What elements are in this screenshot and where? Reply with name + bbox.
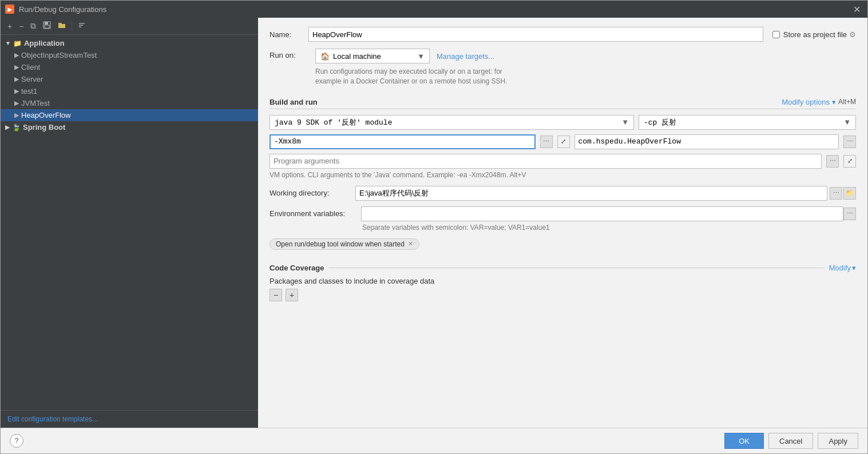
runon-label: Run on: [269, 49, 315, 59]
sdk-cp-row: java 9 SDK of '反射' module ▼ -cp 反射 ▼ [269, 115, 856, 130]
tag-label: Open run/debug tool window when started [276, 240, 405, 248]
apply-button[interactable]: Apply [818, 433, 858, 449]
svg-rect-1 [45, 22, 48, 25]
name-label: Name: [269, 30, 304, 39]
add-config-button[interactable]: + [5, 21, 14, 32]
tree-label-test1: test1 [21, 87, 37, 95]
dropdown-arrow: ▼ [417, 52, 425, 61]
tree-label-heapoverflow: HeapOverFlow [21, 111, 71, 120]
edit-config-templates-link[interactable]: Edit configuration templates... [1, 410, 258, 428]
build-run-title: Build and run [269, 98, 318, 106]
coverage-add-btn[interactable]: + [286, 289, 298, 301]
tree-area: ▼ 📁 Application ▶ ObjectInputStreamTest … [1, 35, 258, 410]
vm-args-input[interactable] [269, 134, 536, 149]
modify-chevron-icon: ▾ [832, 98, 836, 106]
prog-args-fullscreen-btn[interactable]: ⤢ [843, 155, 856, 168]
file-icon-3: ▶ [14, 75, 19, 83]
sdk-dropdown[interactable]: java 9 SDK of '反射' module ▼ [269, 115, 634, 130]
springboot-icon: 🍃 [12, 124, 21, 132]
open-tool-window-tag[interactable]: Open run/debug tool window when started … [269, 238, 419, 250]
vm-args-fullscreen-btn[interactable]: ⤢ [557, 136, 570, 148]
sort-config-button[interactable] [76, 20, 88, 32]
application-folder-icon: 📁 [13, 39, 22, 47]
vm-args-main-class-row: ⋯ ⤢ ⋯ [269, 134, 856, 149]
manage-targets-link[interactable]: Manage targets... [437, 52, 494, 61]
help-button[interactable]: ? [10, 434, 23, 448]
title-bar: ▶ Run/Debug Configurations ✕ [1, 1, 867, 18]
home-icon: 🏠 [320, 52, 330, 61]
working-dir-browse-btn[interactable]: 📁 [843, 187, 856, 200]
modify-options-label: Modify options [782, 98, 830, 106]
store-project-checkbox[interactable] [772, 31, 780, 38]
file-icon-5: ▶ [14, 99, 19, 107]
runon-hint: Run configurations may be executed local… [315, 67, 856, 86]
copy-config-button[interactable]: ⧉ [28, 20, 38, 32]
tree-label-client: Client [21, 63, 40, 71]
tree-item-jvmtest[interactable]: ▶ JVMTest [1, 97, 258, 109]
vm-hint: VM options. CLI arguments to the 'Java' … [269, 171, 856, 179]
prog-args-expand-btn[interactable]: ⋯ [826, 155, 839, 168]
app-icon: ▶ [5, 5, 14, 14]
tree-group-application[interactable]: ▼ 📁 Application [1, 37, 258, 49]
store-project-label: Store as project file [783, 30, 847, 39]
toolbar: + − ⧉ [1, 18, 258, 35]
coverage-divider [328, 268, 824, 268]
working-dir-row: Working directory: ⋯ 📁 [269, 186, 856, 201]
application-group-label: Application [24, 39, 65, 47]
cancel-button[interactable]: Cancel [768, 433, 813, 449]
store-gear-icon: ⚙ [849, 30, 856, 39]
main-class-input[interactable] [574, 134, 839, 149]
coverage-remove-btn[interactable]: − [269, 289, 282, 301]
coverage-header: Code Coverage Modify ▾ [269, 264, 856, 272]
prog-args-row: ⋯ ⤢ [269, 154, 856, 169]
modify-options-link[interactable]: Modify options ▾ Alt+M [782, 98, 856, 106]
left-panel: + − ⧉ ▼ 📁 Application [1, 18, 258, 428]
env-vars-input[interactable] [361, 206, 843, 221]
close-button[interactable]: ✕ [851, 4, 863, 15]
env-vars-label: Environment variables: [269, 209, 361, 218]
cp-arrow: ▼ [843, 118, 851, 126]
coverage-buttons: − + [269, 289, 856, 301]
svg-rect-2 [45, 25, 49, 28]
tree-item-objectinputstreamtest[interactable]: ▶ ObjectInputStreamTest [1, 49, 258, 61]
env-vars-expand-btn[interactable]: ⋯ [843, 208, 856, 220]
file-icon-4: ▶ [14, 87, 19, 95]
bottom-bar: ? OK Cancel Apply [1, 428, 867, 453]
right-panel: Name: Store as project file ⚙ Run on: 🏠 [258, 18, 867, 428]
sdk-value: java 9 SDK of '反射' module [275, 117, 392, 128]
prog-args-input[interactable] [269, 154, 822, 169]
save-config-button[interactable] [41, 20, 53, 32]
env-hint: Separate variables with semicolon: VAR=v… [362, 224, 856, 232]
build-run-header: Build and run Modify options ▾ Alt+M [269, 98, 856, 109]
runon-dropdown[interactable]: 🏠 Local machine ▼ [315, 49, 430, 63]
store-project-area: Store as project file ⚙ [772, 30, 856, 39]
tree-label-objectinputstreamtest: ObjectInputStreamTest [21, 51, 97, 59]
modify-shortcut: Alt+M [838, 98, 856, 106]
tree-item-client[interactable]: ▶ Client [1, 61, 258, 73]
remove-config-button[interactable]: − [17, 21, 26, 32]
ok-button[interactable]: OK [724, 433, 764, 449]
tree-label-jvmtest: JVMTest [21, 99, 50, 107]
coverage-modify-link[interactable]: Modify ▾ [829, 264, 856, 272]
tag-close-icon[interactable]: ✕ [408, 240, 413, 248]
coverage-modify-chevron: ▾ [852, 264, 856, 272]
tree-label-server: Server [21, 75, 43, 83]
tree-item-test1[interactable]: ▶ test1 [1, 85, 258, 97]
coverage-modify-label: Modify [829, 264, 851, 272]
tree-item-server[interactable]: ▶ Server [1, 73, 258, 85]
working-dir-label: Working directory: [269, 189, 355, 197]
local-machine-label: Local machine [333, 52, 381, 61]
working-dir-input[interactable] [355, 186, 827, 201]
file-icon-2: ▶ [14, 63, 19, 71]
dialog-title: Run/Debug Configurations [19, 5, 851, 14]
tree-group-springboot[interactable]: ▶ 🍃 Spring Boot [1, 121, 258, 133]
sdk-arrow: ▼ [621, 118, 629, 126]
coverage-subtitle: Packages and classes to include in cover… [269, 277, 856, 285]
tree-item-heapoverflow[interactable]: ▶ HeapOverFlow [1, 109, 258, 121]
folder-config-button[interactable] [56, 20, 68, 32]
working-dir-copy-btn[interactable]: ⋯ [830, 187, 842, 200]
main-class-expand-btn[interactable]: ⋯ [843, 136, 856, 148]
cp-dropdown[interactable]: -cp 反射 ▼ [639, 115, 856, 130]
name-input[interactable] [308, 27, 763, 42]
vm-args-expand-btn[interactable]: ⋯ [540, 136, 553, 148]
